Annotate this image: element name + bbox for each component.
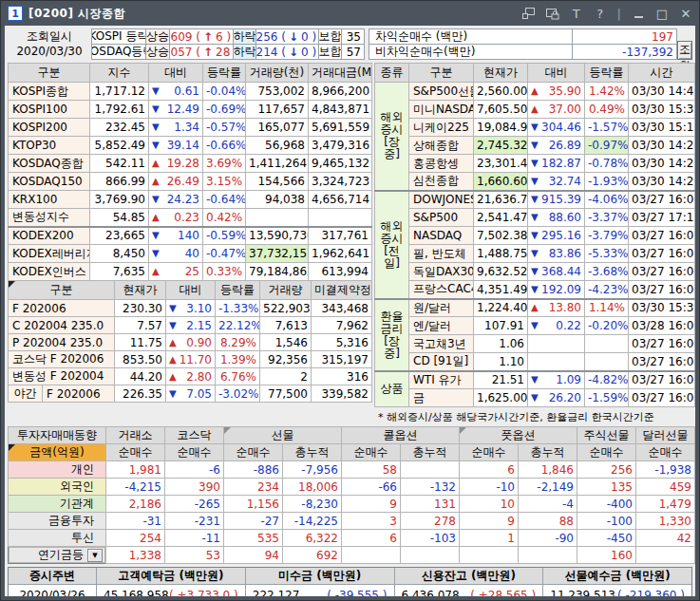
change-value: 83.86 <box>549 247 581 260</box>
dropdown-arrow-icon[interactable]: ▼ <box>87 549 103 562</box>
query-date-label: 조회일시 <box>8 28 91 44</box>
column-group-header: 달러선물 <box>636 427 695 444</box>
search-button[interactable]: 조회 <box>677 41 692 60</box>
table-row[interactable]: 변동성 F 20200444.20▲2.806.76%2316 <box>9 368 372 385</box>
minimize-icon[interactable] <box>632 7 645 20</box>
table-row[interactable]: 연기금등▼1,3385394692160 <box>9 547 695 564</box>
up-triangle-icon: ▲ <box>531 303 539 312</box>
down-triangle-icon: ▼ <box>531 122 539 132</box>
table-row[interactable]: CD [91일]1.1003/27 16:00 <box>375 353 695 371</box>
price-cell: 4,351.49 <box>474 281 528 299</box>
value-cell: 1,962,641 <box>309 245 372 263</box>
query-date-value: 2020/03/30 <box>8 44 91 59</box>
table-row[interactable]: 필, 반도체1,488.75▼83.86-5.33%03/27 16:01 <box>375 245 695 263</box>
net-buy-cell: -11 <box>165 530 224 547</box>
down-triangle-icon: ▼ <box>531 321 539 330</box>
table-row[interactable]: 독일DAX309,632.52▼368.44-3.68%03/27 16:00 <box>375 263 695 281</box>
table-row[interactable]: KOSPI종합1,717.12▼0.61-0.04%753,0028,966,2… <box>9 83 372 101</box>
row-label: KOSPI200 <box>9 119 90 137</box>
table-row[interactable]: 해외 증시 [전일]DOWJONES21,636.78▼915.39-4.06%… <box>375 191 695 209</box>
rate-cell: -0.47% <box>203 245 246 263</box>
table-row[interactable]: 투신254-115356,3226-1031-90-45042 <box>9 530 695 547</box>
table-row[interactable]: 코스닥 F 202006853.50▲11.701.39%92,356315,1… <box>9 351 372 368</box>
close-icon[interactable]: ✕ <box>679 7 692 20</box>
time-cell: 03/30 15:15 <box>629 119 695 137</box>
price-cell: 21,636.78 <box>474 191 528 209</box>
funds-item-unpaid: 미수금 (백만원) 222,127( -39,555 ) <box>245 568 394 596</box>
table-row[interactable]: KODEX레버리지8,450▼40-0.47%37,732,1571,962,6… <box>9 245 372 263</box>
column-header: 현재가 <box>115 281 166 300</box>
table-row[interactable]: 미니NASDAQ7,605.50▲37.000.49%03/30 15:31 <box>375 101 695 119</box>
table-row[interactable]: 상해종합2,745.32▼26.89-0.97%03/30 14:26 <box>375 137 695 155</box>
change-value: 25 <box>185 265 199 278</box>
window-lock-icon[interactable] <box>546 7 559 20</box>
change-cell: ▼295.16 <box>528 227 585 245</box>
net-buy-cell: -90 <box>519 530 577 547</box>
down-triangle-icon: ▼ <box>152 141 160 150</box>
arbitrage-value: 197 <box>573 29 677 45</box>
table-row[interactable]: KODEX20023,665▼140-0.59%13,590,730317,76… <box>9 227 372 245</box>
help-icon[interactable]: ? <box>594 7 607 20</box>
table-row[interactable]: KRX1003,769.90▼24.23-0.64%94,0384,656,71… <box>9 191 372 209</box>
table-row[interactable]: 금1,625.00▼26.20-1.59%03/27 16:00 <box>375 389 695 407</box>
table-row[interactable]: 니케이22519,084.97▼304.46-1.57%03/30 15:15 <box>375 119 695 137</box>
row-label: KOSPI100 <box>9 101 90 119</box>
table-row[interactable]: 외국인-4,21539023418,006-66-132-10-2,149135… <box>9 479 695 496</box>
rate-cell: -1.57% <box>585 119 629 137</box>
table-row[interactable]: 기관계2,186-2651,156-8,230913110-4-4001,479 <box>9 496 695 513</box>
column-header: 거래량 <box>260 281 312 300</box>
table-row[interactable]: 상품WTI 유가21.51▼1.09-4.82%03/27 16:00 <box>375 371 695 389</box>
time-cell: 03/30 14:26 <box>629 173 695 191</box>
row-label: 필, 반도체 <box>409 245 474 263</box>
row-label-name: F 202006 <box>43 387 101 401</box>
dock-window-icon[interactable] <box>522 7 536 20</box>
table-row[interactable]: KTOP305,852.49▼39.14-0.66%56,9683,479,31… <box>9 137 372 155</box>
table-row[interactable]: 금융투자-31-231-27-14,2253278988-1001,330 <box>9 513 695 530</box>
time-cell: 03/27 16:00 <box>629 281 695 299</box>
change-cell: ▼32.74 <box>528 173 585 191</box>
table-row[interactable]: 심천종합1,660.60▼32.74-1.93%03/30 14:26 <box>375 173 695 191</box>
table-row[interactable]: KOSPI200232.45▼1.34-0.57%165,0775,691,55… <box>9 119 372 137</box>
down-triangle-icon: ▼ <box>531 213 539 222</box>
table-row[interactable]: KOSPI1001,792.61▼12.49-0.69%117,6574,843… <box>9 101 372 119</box>
table-row[interactable]: 홍콩항셍23,301.41▼182.87-0.78%03/30 14:26 <box>375 155 695 173</box>
text-size-icon[interactable]: T <box>570 7 583 20</box>
net-buy-cell: 94 <box>224 547 283 564</box>
table-row[interactable]: 변동성지수54.85▲0.230.42% <box>9 209 372 227</box>
net-buy-cell: -1,938 <box>636 461 695 479</box>
down-triangle-icon: ▼ <box>531 159 539 168</box>
table-row[interactable]: KOSDAQ150866.99▲26.493.15%154,5663,324,7… <box>9 173 372 191</box>
change-cell: ▼304.46 <box>528 119 585 137</box>
limit-up-arrow-icon: ↑ <box>203 30 213 44</box>
row-label: KOSPI종합 <box>9 83 90 101</box>
funds-item-label: 고객예탁금 (백만원) <box>97 568 245 585</box>
table-row[interactable]: 해외 증시 [장중]S&P500선물2,560.00▲35.901.42%03/… <box>375 83 695 101</box>
table-row[interactable]: NASDAQ7,502.38▼295.16-3.79%03/27 16:01 <box>375 227 695 245</box>
change-value: 915.39 <box>541 193 581 206</box>
table-row[interactable]: 국고채3년1.0603/27 16:00 <box>375 335 695 353</box>
non-arbitrage-value: -137,392 <box>573 45 677 60</box>
net-buy-cell: 256 <box>577 461 636 479</box>
rate-cell: 0.49% <box>585 101 629 119</box>
table-row[interactable]: C 202004 235.07.57▼2.1522.12%7,6137,962 <box>9 317 372 334</box>
table-row[interactable]: 개인1,981-6-886-7,9565861,846256-1,938 <box>9 461 695 479</box>
table-row[interactable]: P 202004 235.011.75▲0.908.29%1,5465,316 <box>9 334 372 351</box>
down-triangle-icon: ▼ <box>152 122 160 132</box>
table-row[interactable]: KOSDAQ종합542.11▲19.283.69%1,411,2649,465,… <box>9 155 372 173</box>
down-count: 256 ( <box>256 30 286 44</box>
maximize-icon[interactable]: □ <box>655 7 669 20</box>
row-label: F 202006 <box>9 300 115 317</box>
row-label: NASDAQ <box>409 227 474 245</box>
change-value: 11.70 <box>180 353 212 366</box>
table-row[interactable]: 엔/달러107.91▼0.22-0.20%03/28 16:00 <box>375 317 695 335</box>
table-row[interactable]: KODEX인버스7,635▲250.33%79,184,862613,994 <box>9 263 372 281</box>
table-row[interactable]: S&P5002,541.47▼88.60-3.37%03/27 17:12 <box>375 209 695 227</box>
change-cell: ▼24.23 <box>149 191 203 209</box>
table-row[interactable]: 야간F 202006226.35▼7.05-3.02%77,500339,582 <box>9 385 372 403</box>
change-value: 304.46 <box>541 121 581 134</box>
table-row[interactable]: 프랑스CAC404,351.49▼192.09-4.23%03/27 16:00 <box>375 281 695 299</box>
table-row[interactable]: F 202006230.30▼3.10-1.33%522,903343,468 <box>9 300 372 317</box>
net-buy-cell: -4 <box>519 496 577 513</box>
volume-cell: 79,184,862 <box>246 263 309 281</box>
table-row[interactable]: 환율 금리 [장중]원/달러1,224.40▲13.801.14%03/30 1… <box>375 299 695 317</box>
